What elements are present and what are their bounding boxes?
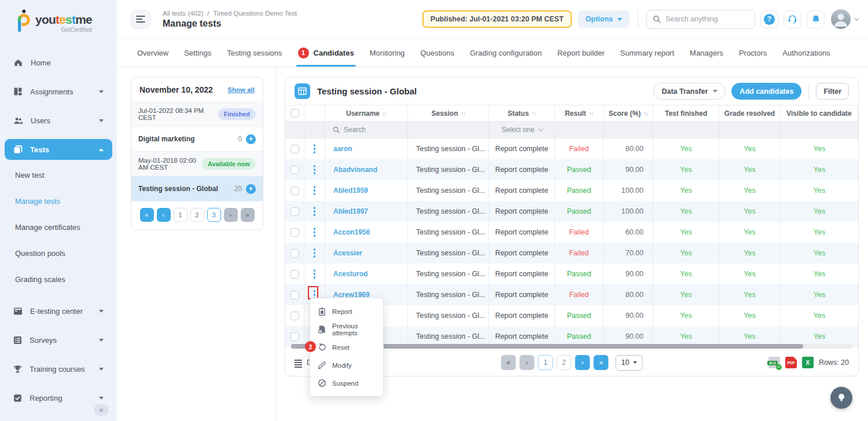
kebab-menu-icon[interactable] [310, 162, 319, 177]
sort-icon[interactable]: ↑↓ [643, 111, 648, 116]
row-checkbox[interactable] [290, 332, 299, 341]
tab[interactable]: Authorizations [782, 39, 830, 67]
notifications-button[interactable] [807, 10, 825, 28]
add-candidate-plus-button[interactable]: + [246, 184, 256, 194]
search-input[interactable] [665, 15, 749, 23]
export-xls-button[interactable]: XLS✓ [768, 357, 780, 368]
sidebar-item-assignments[interactable]: Assignments [5, 81, 112, 102]
username-cell[interactable]: Abled1997 [325, 201, 408, 222]
kebab-menu-icon[interactable] [310, 225, 319, 240]
next-page-button[interactable]: › [575, 355, 590, 370]
tab[interactable]: Report builder [557, 39, 605, 67]
tab[interactable]: Monitoring [370, 39, 405, 67]
row-checkbox[interactable] [290, 166, 299, 174]
column-header[interactable]: Status ↑↓ [489, 105, 555, 121]
options-button[interactable]: Options [578, 10, 630, 28]
data-transfer-button[interactable]: Data Transfer [653, 83, 726, 100]
column-header[interactable]: Visible to candidate ↑↓ [781, 105, 858, 121]
export-excel-button[interactable]: X [802, 357, 814, 368]
page-size-select[interactable]: 10 [616, 355, 643, 371]
context-menu-reset[interactable]: Reset [310, 338, 383, 356]
sidebar-subitem-manage-certificates[interactable]: Manage certificates [0, 214, 117, 240]
tab[interactable]: Proctors [739, 39, 767, 67]
row-checkbox[interactable] [290, 291, 299, 299]
user-menu[interactable] [831, 9, 858, 29]
schedule-entry[interactable]: Digital marketing 0 + [131, 126, 263, 151]
help-button[interactable]: ? [760, 10, 778, 28]
kebab-menu-icon[interactable] [310, 204, 319, 219]
tab[interactable]: Questions [420, 39, 454, 67]
page-button[interactable]: 1 [174, 208, 187, 222]
prev-page-button[interactable]: ‹ [157, 208, 171, 222]
row-checkbox[interactable] [290, 186, 299, 195]
kebab-menu-icon[interactable] [310, 183, 319, 198]
username-cell[interactable]: Acessier [325, 243, 408, 263]
tab[interactable]: Summary report [620, 39, 674, 67]
column-header[interactable]: Score (%) ↑↓ [604, 105, 653, 121]
kebab-menu-icon[interactable] [310, 246, 319, 261]
export-pdf-button[interactable]: PDF [785, 357, 797, 368]
sidebar-item-training-courses[interactable]: Training courses [5, 358, 112, 379]
page-button[interactable]: 2 [557, 355, 572, 370]
sort-icon[interactable]: ↑↓ [589, 111, 593, 116]
tab[interactable]: Settings [184, 39, 211, 67]
global-search[interactable] [646, 10, 755, 29]
sidebar-item-home[interactable]: Home [5, 52, 112, 73]
current-page-button[interactable]: 3 [207, 208, 221, 222]
column-header[interactable]: Username ↑↓ [325, 105, 408, 121]
breadcrumb-all-tests[interactable]: All tests (402) [163, 10, 203, 17]
schedule-entry[interactable]: May-01-2018 02:00 AM CEST Available now [131, 151, 263, 176]
schedule-entry[interactable]: Jul-01-2022 08:34 PM CEST Finished [131, 101, 263, 126]
sidebar-subitem-manage-tests[interactable]: Manage tests [0, 188, 117, 214]
prev-page-button[interactable]: ‹ [520, 355, 535, 370]
tab[interactable]: Grading configuration [470, 39, 542, 67]
sidebar-collapse-button[interactable]: « [94, 404, 109, 416]
select-all-checkbox[interactable] [290, 109, 299, 118]
tab[interactable]: Testing sessions [227, 39, 282, 67]
add-candidates-button[interactable]: Add candidates [731, 83, 801, 100]
column-header[interactable]: Grade resolved ↑↓ [719, 105, 781, 121]
first-page-button[interactable]: « [501, 355, 516, 370]
username-cell[interactable]: Accon1956 [325, 222, 408, 243]
context-menu-previous-attempts[interactable]: Previous attempts [310, 320, 383, 338]
sort-icon[interactable]: ↑↓ [461, 111, 465, 116]
username-cell[interactable]: Abled1959 [325, 180, 408, 201]
column-header[interactable]: Session ↑↓ [408, 105, 489, 121]
sidebar-subitem-grading-scales[interactable]: Grading scales [0, 266, 117, 292]
row-checkbox[interactable] [290, 228, 299, 237]
tab[interactable]: Managers [690, 39, 723, 67]
schedule-entry-selected[interactable]: Testing session - Global 20 + [131, 176, 263, 201]
row-checkbox[interactable] [290, 145, 299, 153]
status-filter-select[interactable]: Select one [489, 122, 555, 138]
next-page-button[interactable]: › [224, 208, 238, 222]
kebab-menu-icon[interactable] [310, 266, 319, 281]
sidebar-item-surveys[interactable]: Surveys [5, 330, 112, 350]
current-page-button[interactable]: 1 [538, 355, 553, 370]
page-button[interactable]: 2 [190, 208, 204, 222]
context-menu-report[interactable]: Report [310, 302, 383, 320]
support-button[interactable] [784, 10, 801, 28]
sidebar-item-etesting-center[interactable]: E-testing center [5, 301, 112, 321]
show-all-link[interactable]: Show all [227, 86, 255, 93]
kebab-menu-icon[interactable] [310, 141, 319, 156]
sidebar-item-users[interactable]: Users [5, 110, 112, 131]
row-checkbox[interactable] [290, 249, 299, 258]
first-page-button[interactable]: « [140, 208, 154, 222]
sidebar-subitem-question-pools[interactable]: Question pools [0, 240, 117, 266]
add-candidate-plus-button[interactable]: + [246, 134, 256, 144]
last-page-button[interactable]: » [241, 208, 255, 222]
username-cell[interactable]: aaron [325, 138, 408, 159]
row-checkbox[interactable] [290, 207, 299, 216]
menu-toggle-button[interactable] [131, 10, 150, 29]
column-header[interactable]: Test finished ↑↓ [653, 105, 719, 121]
tab[interactable]: 1 Candidates [298, 39, 354, 67]
row-checkbox[interactable] [290, 270, 299, 279]
column-header[interactable]: Result ↑↓ [555, 105, 604, 121]
username-filter[interactable]: Search [325, 122, 408, 138]
username-cell[interactable]: Acesturod [325, 263, 408, 284]
tab[interactable]: Overview [137, 39, 168, 67]
row-checkbox[interactable] [290, 312, 299, 320]
hints-fab-button[interactable] [830, 387, 852, 409]
context-menu-modify[interactable]: Modify [310, 356, 383, 374]
sort-icon[interactable]: ↑↓ [382, 111, 387, 116]
